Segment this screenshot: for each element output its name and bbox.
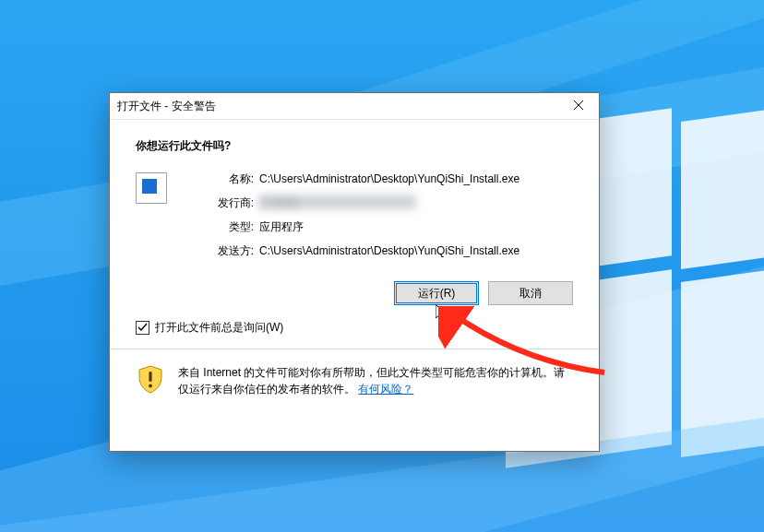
publisher-value: [已模糊] [259, 195, 416, 209]
svg-rect-0 [149, 372, 151, 382]
dialog-content: 你想运行此文件吗? 名称: C:\Users\Administrator\Des… [110, 120, 599, 276]
type-value: 应用程序 [259, 219, 573, 235]
close-button[interactable] [557, 93, 599, 119]
risk-link[interactable]: 有何风险？ [358, 383, 413, 396]
security-warning-dialog: 打开文件 - 安全警告 你想运行此文件吗? 名称: C:\Users\Admin… [109, 92, 600, 452]
cancel-button[interactable]: 取消 [488, 281, 573, 305]
close-icon [574, 100, 583, 112]
shield-warning-icon [136, 364, 165, 394]
name-label: 名称: [204, 171, 254, 187]
footer-text: 来自 Internet 的文件可能对你有所帮助，但此文件类型可能危害你的计算机。… [178, 364, 573, 397]
publisher-label: 发行商: [204, 195, 254, 211]
window-title: 打开文件 - 安全警告 [117, 99, 557, 114]
from-value: C:\Users\Administrator\Desktop\YunQiShi_… [259, 242, 573, 259]
prompt-text: 你想运行此文件吗? [136, 138, 573, 154]
from-label: 发送方: [204, 242, 254, 259]
type-label: 类型: [204, 219, 254, 235]
file-info-table: 名称: C:\Users\Administrator\Desktop\YunQi… [204, 171, 573, 266]
footer: 来自 Internet 的文件可能对你有所帮助，但此文件类型可能危害你的计算机。… [110, 349, 599, 397]
checkbox-icon[interactable] [136, 321, 149, 335]
name-value: C:\Users\Administrator\Desktop\YunQiShi_… [259, 171, 573, 187]
always-ask-checkbox-row[interactable]: 打开此文件前总是询问(W) [110, 318, 599, 349]
svg-point-1 [149, 384, 152, 388]
title-bar[interactable]: 打开文件 - 安全警告 [110, 93, 599, 120]
application-icon [136, 172, 167, 204]
checkbox-label: 打开此文件前总是询问(W) [155, 320, 283, 336]
run-button[interactable]: 运行(R) [394, 281, 479, 305]
dialog-buttons: 运行(R) 取消 [110, 276, 599, 318]
